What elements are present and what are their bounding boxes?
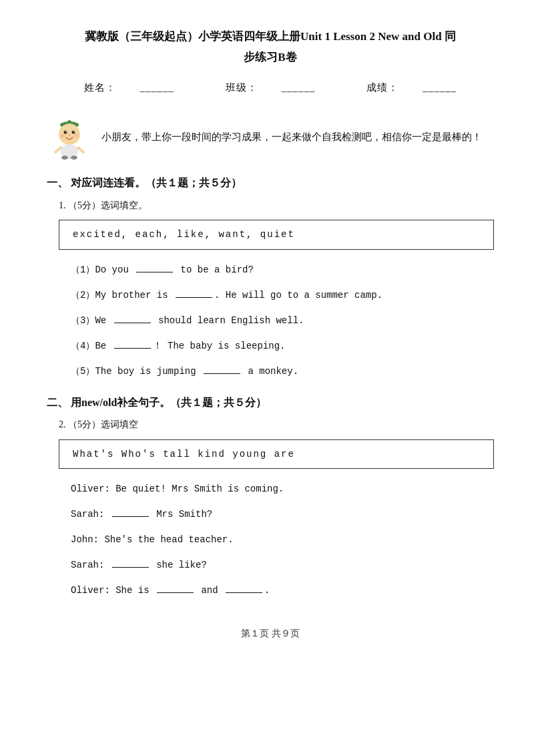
q1-item-5: （5）The boy is jumping a monkey. [71, 362, 494, 381]
svg-point-4 [64, 131, 67, 134]
mascot-image [47, 114, 92, 160]
q2-label: 2. （5分）选词填空 [59, 417, 494, 432]
svg-point-7 [73, 131, 75, 132]
svg-point-13 [71, 156, 77, 160]
q2-item-4: Sarah: she like? [71, 556, 494, 574]
q2-item-5: Oliver: She is and . [71, 581, 494, 600]
mascot-text: 小朋友，带上你一段时间的学习成果，一起来做个自我检测吧，相信你一定是最棒的！ [101, 129, 482, 145]
q2-item-2: Sarah: Mrs Smith? [71, 505, 494, 524]
section1-title: 一、 对应词连连看。（共１题；共５分） [47, 174, 494, 192]
svg-point-12 [61, 156, 68, 160]
svg-line-14 [55, 148, 61, 152]
section2-title: 二、 用new/old补全句子。（共１题；共５分） [47, 394, 494, 411]
blank-1-3 [114, 323, 151, 323]
q1-item-1: （1）Do you to be a bird? [71, 260, 494, 279]
svg-point-10 [74, 134, 78, 137]
page-footer: 第１页 共９页 [47, 626, 494, 641]
student-name-label: 姓名：______ [72, 79, 186, 96]
page-title: 冀教版（三年级起点）小学英语四年级上册Unit 1 Lesson 2 New a… [47, 27, 494, 67]
student-score-label: 成绩：______ [354, 79, 469, 96]
svg-point-5 [72, 131, 75, 134]
student-class-label: 班级：______ [214, 79, 328, 96]
svg-point-9 [61, 134, 65, 137]
q2-item-1: Oliver: Be quiet! Mrs Smith is coming. [71, 480, 494, 498]
svg-point-8 [68, 134, 71, 136]
q2-item-3: John: She's the head teacher. [71, 530, 494, 549]
blank-2-1 [112, 516, 149, 517]
q1-label: 1. （5分）选词填空。 [59, 198, 494, 213]
blank-2-4 [226, 592, 262, 593]
blank-1-2 [176, 297, 212, 298]
q1-item-4: （4）Be ！ The baby is sleeping. [71, 337, 494, 355]
q1-item-3: （3）We should learn English well. [71, 311, 494, 330]
svg-point-6 [65, 131, 67, 132]
svg-line-15 [78, 148, 83, 152]
q2-word-box: What's Who's tall kind young are [59, 439, 494, 469]
mascot-row: 小朋友，带上你一段时间的学习成果，一起来做个自我检测吧，相信你一定是最棒的！ [47, 114, 494, 160]
blank-2-3 [157, 592, 194, 593]
blank-1-4 [114, 348, 151, 349]
blank-1-1 [136, 272, 173, 272]
blank-1-5 [204, 373, 240, 374]
student-info: 姓名：______ 班级：______ 成绩：______ [47, 79, 494, 96]
blank-2-2 [112, 567, 149, 568]
q1-word-box: excited, each, like, want, quiet [59, 220, 494, 249]
q1-item-2: （2）My brother is . He will go to a summe… [71, 286, 494, 305]
